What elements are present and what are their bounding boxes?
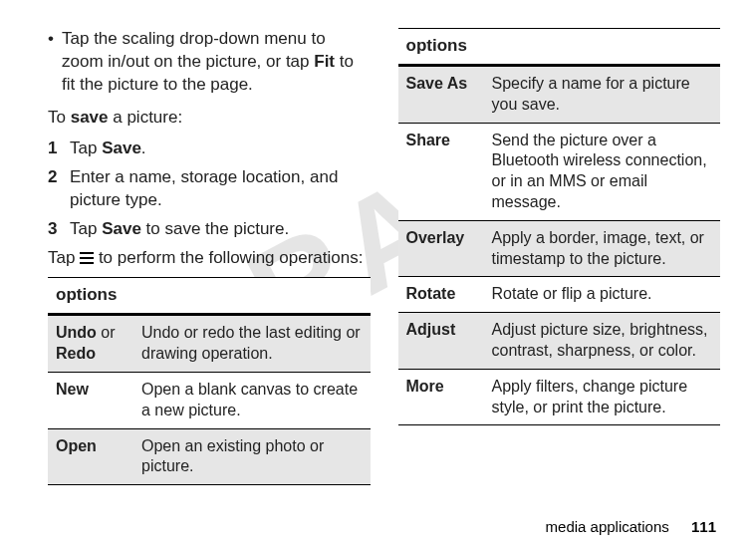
step-3: 3 Tap Save to save the picture.: [48, 218, 371, 241]
undo-label: Undo: [56, 324, 97, 341]
step-text: Tap Save.: [70, 137, 371, 160]
left-column: Tap the scaling drop-down menu to zoom i…: [48, 28, 371, 485]
save-intro: To save a picture:: [48, 107, 371, 130]
table-row: Overlay Apply a border, image, text, or …: [398, 220, 721, 277]
table-row: Adjust Adjust picture size, brightness, …: [398, 313, 721, 370]
step-number: 2: [48, 166, 70, 212]
save-label: Save: [102, 219, 141, 238]
bullet-icon: [48, 28, 62, 97]
option-desc: Adjust picture size, brightness, contras…: [484, 313, 721, 370]
option-key: Share: [398, 123, 484, 220]
table-header-row: options: [48, 278, 371, 315]
table-row: Rotate Rotate or flip a picture.: [398, 277, 721, 313]
page-footer: media applications 111: [546, 518, 716, 535]
table-row: Open Open an existing photo or picture.: [48, 428, 371, 485]
text: Tap: [70, 138, 102, 157]
option-desc: Open a blank canvas to create a new pict…: [133, 372, 371, 428]
text: to save the picture.: [141, 219, 289, 238]
option-key: Adjust: [398, 313, 484, 370]
save-label: Save: [102, 138, 141, 157]
option-desc: Apply filters, change picture style, or …: [484, 369, 721, 425]
option-key: Open: [48, 428, 133, 485]
option-desc: Apply a border, image, text, or timestam…: [484, 220, 721, 277]
text: a picture:: [109, 108, 183, 127]
options-table-right: options Save As Specify a name for a pic…: [398, 28, 721, 425]
page-number: 111: [691, 518, 716, 535]
table-row: More Apply filters, change picture style…: [398, 369, 721, 425]
menu-icon: [80, 252, 94, 264]
text: .: [141, 138, 146, 157]
bullet-text: Tap the scaling drop-down menu to zoom i…: [62, 28, 371, 97]
bullet-item: Tap the scaling drop-down menu to zoom i…: [48, 28, 371, 97]
options-table-left: options Undo or Redo Undo or redo the la…: [48, 277, 371, 485]
step-1: 1 Tap Save.: [48, 137, 371, 160]
save-word: save: [71, 108, 109, 127]
options-header: options: [398, 29, 721, 66]
option-desc: Specify a name for a picture you save.: [484, 65, 721, 123]
fit-label: Fit: [314, 52, 335, 71]
table-header-row: options: [398, 29, 721, 66]
option-desc: Rotate or flip a picture.: [484, 277, 721, 313]
section-title: media applications: [546, 518, 669, 535]
step-number: 3: [48, 218, 70, 241]
option-key: Save As: [398, 65, 484, 123]
tap-menu-line: Tap to perform the following operations:: [48, 247, 371, 270]
option-desc: Open an existing photo or picture.: [133, 428, 371, 485]
table-row: New Open a blank canvas to create a new …: [48, 372, 371, 428]
table-row: Save As Specify a name for a picture you…: [398, 65, 721, 123]
step-text: Tap Save to save the picture.: [70, 218, 371, 241]
step-text: Enter a name, storage location, and pict…: [70, 166, 371, 212]
text: To: [48, 108, 71, 127]
step-2: 2 Enter a name, storage location, and pi…: [48, 166, 371, 212]
option-key: More: [398, 369, 484, 425]
redo-label: Redo: [56, 345, 96, 362]
text: Tap: [48, 248, 80, 267]
option-desc: Undo or redo the last editing or drawing…: [133, 315, 371, 373]
table-row: Share Send the picture over a Bluetooth …: [398, 123, 721, 220]
text: Tap: [70, 219, 102, 238]
option-desc: Send the picture over a Bluetooth wirele…: [484, 123, 721, 220]
option-key: Overlay: [398, 220, 484, 277]
columns: Tap the scaling drop-down menu to zoom i…: [48, 28, 720, 485]
text: or: [97, 324, 116, 341]
table-row: Undo or Redo Undo or redo the last editi…: [48, 315, 371, 373]
text: to perform the following operations:: [99, 248, 364, 267]
right-column: options Save As Specify a name for a pic…: [398, 28, 721, 425]
text: Tap the scaling drop-down menu to zoom i…: [62, 29, 326, 71]
option-key: Rotate: [398, 277, 484, 313]
option-key: Undo or Redo: [48, 315, 133, 373]
options-header: options: [48, 278, 371, 315]
page: DRAFT Tap the scaling drop-down menu to …: [0, 0, 756, 547]
step-number: 1: [48, 137, 70, 160]
option-key: New: [48, 372, 133, 428]
